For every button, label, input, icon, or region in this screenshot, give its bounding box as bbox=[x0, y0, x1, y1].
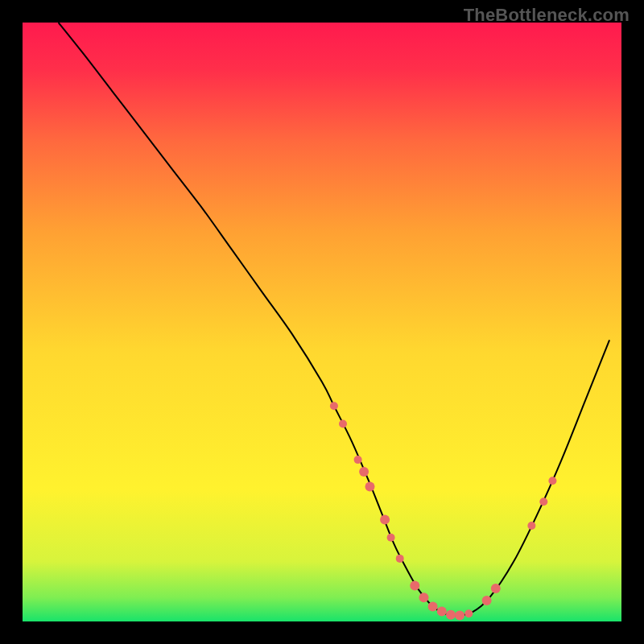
data-marker bbox=[482, 596, 492, 605]
data-marker bbox=[339, 420, 347, 428]
data-marker bbox=[455, 611, 464, 621]
chart-frame: TheBottleneck.com bbox=[0, 0, 644, 644]
data-marker bbox=[387, 534, 395, 542]
data-marker bbox=[359, 467, 369, 477]
data-marker bbox=[365, 482, 375, 492]
data-marker bbox=[464, 609, 473, 617]
data-marker bbox=[419, 592, 429, 602]
data-marker bbox=[437, 606, 447, 616]
data-marker bbox=[491, 584, 501, 593]
data-marker bbox=[380, 515, 390, 525]
data-marker bbox=[396, 555, 404, 563]
chart-svg bbox=[23, 23, 621, 621]
gradient-background bbox=[23, 23, 621, 621]
plot-area bbox=[23, 23, 621, 621]
data-marker bbox=[330, 402, 338, 410]
data-marker bbox=[527, 522, 535, 530]
data-marker bbox=[354, 456, 362, 464]
data-marker bbox=[428, 601, 438, 611]
data-marker bbox=[548, 477, 556, 485]
data-marker bbox=[410, 580, 419, 590]
data-marker bbox=[539, 497, 547, 506]
watermark-text: TheBottleneck.com bbox=[464, 5, 630, 26]
data-marker bbox=[446, 610, 456, 620]
